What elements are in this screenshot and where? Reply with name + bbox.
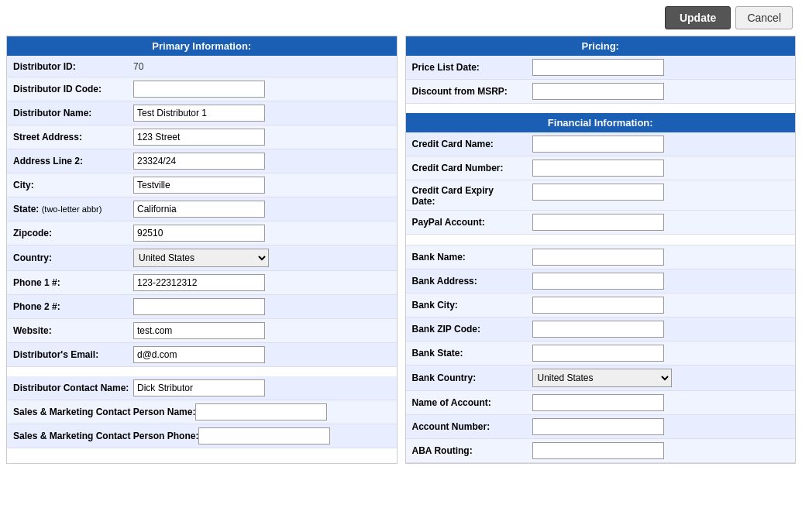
bank-city-label: Bank City: [412,300,532,311]
pricing-spacer [406,104,796,113]
right-panel: Pricing: Price List Date: Discount from … [405,36,797,464]
aba-routing-input[interactable] [532,442,664,459]
sales-contact-name-row: Sales & Marketing Contact Person Name: [7,400,397,424]
account-name-input[interactable] [532,394,664,411]
country-select[interactable]: United States Canada Mexico United Kingd… [133,249,269,267]
aba-routing-row: ABA Routing: [406,439,796,463]
discount-msrp-input[interactable] [532,83,664,100]
website-row: Website: [7,319,397,343]
sales-contact-name-input[interactable] [195,403,327,420]
distributor-id-code-row: Distributor ID Code: [7,77,397,101]
spacer [7,367,397,376]
zipcode-row: Zipcode: [7,221,397,245]
account-number-input[interactable] [532,418,664,435]
bank-name-label: Bank Name: [412,252,532,263]
bank-country-label: Bank Country: [412,372,532,383]
phone2-input[interactable] [133,298,265,315]
price-list-date-label: Price List Date: [412,62,532,73]
distributor-id-label: Distributor ID: [13,61,133,72]
bank-country-select[interactable]: United States Canada Mexico United Kingd… [532,369,672,387]
street-address-label: Street Address: [13,132,133,142]
distributor-name-row: Distributor Name: [7,101,397,125]
sales-contact-name-label: Sales & Marketing Contact Person Name: [13,407,195,417]
sales-contact-phone-input[interactable] [198,427,330,444]
city-input[interactable] [133,177,265,194]
toolbar: Update Cancel [0,0,802,36]
financial-header: Financial Information: [406,113,796,132]
country-row: Country: United States Canada Mexico Uni… [7,245,397,271]
pricing-header: Pricing: [406,36,796,56]
discount-msrp-label: Discount from MSRP: [412,86,532,97]
cc-name-input[interactable] [532,136,664,153]
account-name-label: Name of Account: [412,397,532,408]
cc-expiry-input[interactable] [532,184,664,201]
paypal-input[interactable] [532,214,664,231]
paypal-label: PayPal Account: [412,217,532,228]
bank-address-input[interactable] [532,273,664,290]
website-label: Website: [13,325,133,336]
state-input[interactable] [133,201,265,218]
address-line-2-row: Address Line 2: [7,149,397,173]
cc-expiry-row: Credit Card ExpiryDate: [406,180,796,211]
state-row: State: (two-letter abbr) [7,197,397,221]
street-address-row: Street Address: [7,125,397,149]
country-label: Country: [13,252,133,263]
contact-name-row: Distributor Contact Name: [7,376,397,400]
bank-city-input[interactable] [532,297,664,314]
email-input[interactable] [133,346,265,363]
cc-name-row: Credit Card Name: [406,132,796,156]
phone1-row: Phone 1 #: [7,271,397,295]
city-label: City: [13,180,133,190]
bank-address-label: Bank Address: [412,276,532,287]
cc-number-row: Credit Card Number: [406,156,796,180]
zipcode-label: Zipcode: [13,228,133,239]
update-button[interactable]: Update [665,6,731,29]
cc-number-input[interactable] [532,160,664,177]
phone1-label: Phone 1 #: [13,277,133,288]
phone1-input[interactable] [133,274,265,291]
zipcode-input[interactable] [133,225,265,242]
contact-name-input[interactable] [133,379,265,396]
phone2-label: Phone 2 #: [13,301,133,312]
website-input[interactable] [133,322,265,339]
phone2-row: Phone 2 #: [7,295,397,319]
distributor-id-code-label: Distributor ID Code: [13,84,133,94]
account-name-row: Name of Account: [406,391,796,415]
email-label: Distributor's Email: [13,349,133,360]
financial-spacer [406,235,796,245]
bank-address-row: Bank Address: [406,269,796,293]
address-line-2-label: Address Line 2: [13,156,133,166]
bank-city-row: Bank City: [406,293,796,317]
aba-routing-label: ABA Routing: [412,445,532,456]
email-row: Distributor's Email: [7,343,397,367]
state-label: State: (two-letter abbr) [13,204,133,215]
distributor-name-label: Distributor Name: [13,108,133,118]
account-number-row: Account Number: [406,415,796,439]
distributor-id-row: Distributor ID: 70 [7,56,397,77]
paypal-row: PayPal Account: [406,211,796,235]
price-list-date-row: Price List Date: [406,56,796,80]
distributor-name-input[interactable] [133,105,265,122]
bank-state-row: Bank State: [406,342,796,366]
bank-state-input[interactable] [532,345,664,362]
bank-state-label: Bank State: [412,348,532,359]
cancel-button[interactable]: Cancel [735,6,793,29]
price-list-date-input[interactable] [532,59,664,76]
sales-contact-phone-row: Sales & Marketing Contact Person Phone: [7,424,397,448]
address-line-2-input[interactable] [133,153,265,170]
street-address-input[interactable] [133,129,265,146]
cc-expiry-label: Credit Card ExpiryDate: [412,184,532,207]
distributor-id-value: 70 [133,61,143,72]
cc-name-label: Credit Card Name: [412,139,532,149]
discount-msrp-row: Discount from MSRP: [406,80,796,104]
city-row: City: [7,173,397,197]
sales-contact-phone-label: Sales & Marketing Contact Person Phone: [13,431,198,441]
contact-name-label: Distributor Contact Name: [13,383,133,393]
bank-zip-input[interactable] [532,321,664,338]
primary-panel: Primary Information: Distributor ID: 70 … [6,36,398,464]
bank-name-input[interactable] [532,249,664,266]
bank-zip-label: Bank ZIP Code: [412,324,532,335]
primary-header: Primary Information: [7,36,397,56]
bank-country-row: Bank Country: United States Canada Mexic… [406,366,796,391]
distributor-id-code-input[interactable] [133,81,265,98]
